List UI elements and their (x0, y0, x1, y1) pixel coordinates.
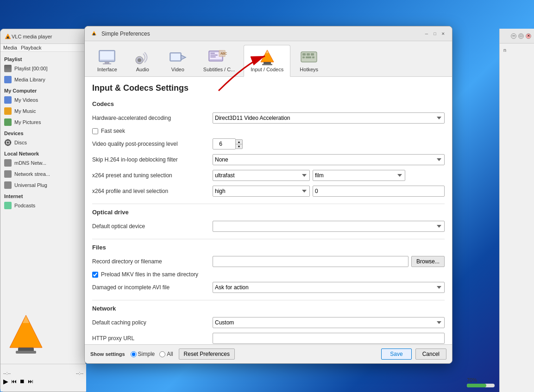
hw-accel-select[interactable]: Direct3D11 Video Acceleration None Direc… (213, 112, 445, 124)
tab-interface[interactable]: Interface (90, 45, 124, 76)
vlc-menu-playback[interactable]: Playback (21, 45, 42, 50)
dialog-minimize-btn[interactable]: ─ (423, 31, 430, 37)
prev-button[interactable]: ⏮ (11, 378, 17, 385)
right-close-btn[interactable]: ✕ (526, 33, 531, 39)
svg-rect-36 (312, 56, 314, 58)
next-button[interactable]: ⏭ (28, 378, 33, 385)
video-quality-input[interactable] (213, 138, 236, 149)
tab-hotkeys[interactable]: Hotkeys (292, 45, 326, 76)
x264-tuning-select[interactable]: film animation grain (313, 170, 405, 181)
tab-video[interactable]: Video (161, 45, 195, 76)
skip-h264-select[interactable]: None All Non-ref (213, 154, 445, 165)
x264-profile-select[interactable]: high baseline main (213, 186, 310, 197)
stop-button[interactable]: ⏹ (19, 378, 25, 385)
sidebar-item-mdns[interactable]: mDNS Netw... (0, 157, 85, 168)
time-left: --:-- (3, 371, 11, 376)
svg-rect-9 (93, 35, 95, 36)
right-panel-content: n (500, 44, 534, 58)
default-optical-device-select[interactable] (213, 221, 445, 232)
sidebar-item-my-pictures[interactable]: My Pictures (0, 117, 85, 128)
record-dir-input[interactable] (213, 256, 408, 267)
vlc-menu-media[interactable]: Media (3, 45, 17, 50)
show-simple-item: Simple (131, 351, 155, 357)
default-optical-device-row: Default optical device (92, 220, 445, 232)
svg-rect-6 (16, 351, 36, 354)
right-maximize-btn[interactable]: □ (518, 33, 524, 39)
sidebar-item-my-videos[interactable]: My Videos (0, 94, 85, 106)
network-section: Network Default caching policy Custom Lo… (92, 305, 445, 344)
browse-button[interactable]: Browse... (411, 256, 445, 267)
discs-icon (4, 139, 12, 146)
tab-input-codecs[interactable]: Input / Codecs (244, 45, 290, 77)
fast-seek-label: Fast seek (101, 128, 125, 134)
sidebar-item-podcasts-label: Podcasts (14, 203, 35, 208)
caching-policy-select[interactable]: Custom Lowest latency Low latency Normal… (213, 317, 445, 328)
svg-rect-11 (100, 51, 114, 60)
hw-accel-row: Hardware-accelerated decoding Direct3D11… (92, 112, 445, 124)
dialog-close-btn[interactable]: ✕ (440, 31, 446, 37)
sidebar-item-my-pictures-label: My Pictures (14, 119, 41, 125)
video-quality-up-btn[interactable]: ▲ (235, 139, 243, 144)
sidebar-item-playlist[interactable]: Playlist [00:00] (0, 63, 85, 74)
x264-profile-control: high baseline main (213, 186, 445, 197)
mdns-icon (4, 159, 12, 167)
codecs-section: Codecs Hardware-accelerated decoding Dir… (92, 100, 445, 197)
right-minimize-btn[interactable]: ─ (511, 33, 516, 39)
svg-point-15 (138, 58, 141, 62)
play-button[interactable]: ▶ (3, 378, 8, 385)
vlc-right-title-bar: ─ □ ✕ (500, 29, 534, 44)
damaged-avi-select[interactable]: Ask for action Always fix Never fix (213, 282, 445, 293)
sidebar-item-discs[interactable]: Discs (0, 137, 85, 148)
sidebar-item-universal-plug[interactable]: Universal Plug (0, 180, 85, 191)
x264-preset-control: ultrafast superfast veryfast faster film… (213, 170, 445, 181)
sidebar-item-media-library[interactable]: Media Library (0, 74, 85, 85)
volume-display: 70% (467, 377, 495, 387)
svg-rect-18 (171, 54, 180, 60)
dialog-content: Input & Codecs Settings Codecs Hardware-… (85, 77, 452, 344)
vlc-title-icon (4, 33, 12, 40)
skip-h264-row: Skip H.264 in-loop deblocking filter Non… (92, 154, 445, 166)
dialog-maximize-btn[interactable]: □ (432, 31, 438, 37)
video-quality-row: Video quality post-processing level ▲ ▼ (92, 138, 445, 150)
universal-plug-icon (4, 181, 12, 189)
record-dir-label: Record directory or filename (92, 258, 213, 265)
save-button[interactable]: Save (381, 348, 411, 360)
x264-preset-select[interactable]: ultrafast superfast veryfast faster (213, 170, 310, 181)
show-all-label: All (167, 351, 173, 357)
tab-audio[interactable]: Audio (126, 45, 159, 76)
fast-seek-row: Fast seek (92, 128, 445, 134)
record-dir-row: Record directory or filename Browse... (92, 255, 445, 268)
svg-rect-1 (7, 37, 9, 38)
sidebar-item-media-library-label: Media Library (14, 77, 45, 82)
tab-video-label: Video (171, 67, 184, 72)
show-all-radio[interactable] (159, 351, 165, 357)
x264-level-input[interactable] (313, 186, 445, 197)
subtitles-tab-icon: ABC (207, 48, 231, 67)
record-dir-control: Browse... (213, 256, 445, 267)
reset-preferences-button[interactable]: Reset Preferences (179, 348, 235, 360)
video-quality-down-btn[interactable]: ▼ (235, 144, 243, 149)
svg-rect-23 (210, 56, 216, 57)
preload-mkv-checkbox[interactable] (92, 272, 98, 278)
video-quality-spinner-wrap: ▲ ▼ (213, 138, 243, 149)
show-simple-radio[interactable] (131, 351, 137, 357)
cancel-button[interactable]: Cancel (415, 348, 446, 360)
sidebar-item-my-music[interactable]: My Music (0, 106, 85, 117)
video-tab-icon (168, 48, 188, 67)
svg-rect-13 (103, 63, 111, 64)
http-proxy-label: HTTP proxy URL (92, 335, 213, 342)
sidebar-item-network-stream[interactable]: Network strea... (0, 168, 85, 180)
x264-profile-label: x264 profile and level selection (92, 188, 213, 194)
x264-preset-label: x264 preset and tuning selection (92, 172, 213, 179)
network-stream-icon (4, 170, 12, 178)
vlc-title-bar: VLC media player (0, 29, 85, 44)
dialog-window-buttons: ─ □ ✕ (423, 31, 446, 37)
tab-subtitles[interactable]: ABC Subtitles / C... (196, 45, 242, 76)
vlc-title-text: VLC media player (12, 34, 52, 39)
time-right: --:-- (76, 371, 83, 376)
sidebar-item-podcasts[interactable]: Podcasts (0, 200, 85, 211)
svg-rect-8 (93, 33, 95, 35)
sidebar-item-playlist-label: Playlist [00:00] (14, 66, 48, 71)
http-proxy-input[interactable] (213, 333, 445, 344)
fast-seek-checkbox[interactable] (92, 128, 98, 134)
